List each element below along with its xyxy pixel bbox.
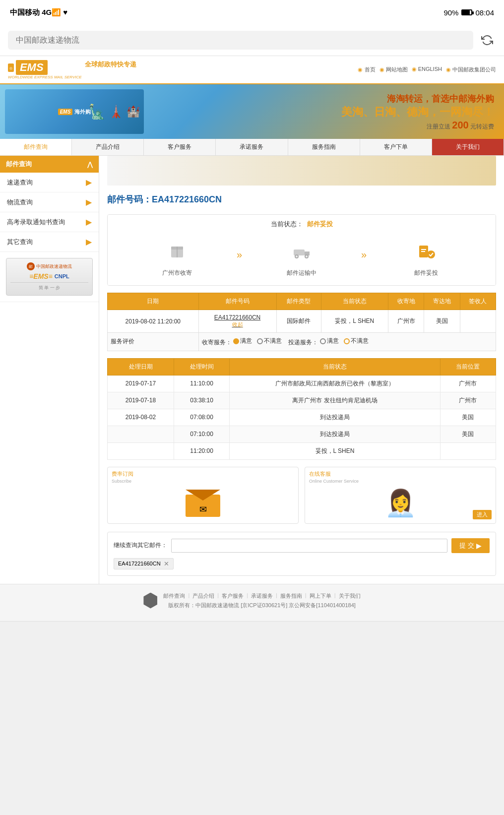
- sidebar-item-express[interactable]: 速递查询 ▶: [0, 173, 99, 192]
- sidebar: 邮件查询 ⋀ 速递查询 ▶ 物流查询 ▶ 高考录取通知书查询 ▶ 其它查询: [0, 156, 99, 584]
- sub-banner: [107, 156, 496, 186]
- page-footer: 邮件查询 | 产品介绍 | 客户服务 | 承诺服务 | 服务指南 | 网上下单 …: [0, 584, 504, 621]
- reload-button[interactable]: [478, 31, 496, 49]
- enter-button[interactable]: 进入: [473, 510, 492, 519]
- table-row: 2019-08-02 11:20:00 EA417221660CN 收起 国际邮…: [108, 310, 496, 333]
- service-rating-row: 服务评价 收寄服务： 满意 不满意: [108, 333, 496, 351]
- footer-products[interactable]: 产品介绍: [192, 592, 214, 600]
- table-row: 2019-08-02 07:08:00 到达投递局 美国: [108, 409, 496, 426]
- step-collection-label: 广州市收寄: [162, 269, 192, 277]
- agent-icon-area: 👩‍💼: [305, 484, 496, 523]
- detail-date-3: [108, 426, 174, 442]
- detail-status-3: 到达投递局: [230, 426, 441, 442]
- continue-label: 继续查询其它邮件：: [114, 541, 167, 550]
- arrow-step2: »: [361, 249, 367, 260]
- unsatisfied-delivery[interactable]: 不满意: [344, 337, 369, 345]
- carrier-signal: 中国移动 4G📶 ♥: [10, 8, 67, 17]
- step-delivery-label: 邮件妥投: [414, 269, 438, 277]
- table-row: 11:20:00 妥投，L SHEN: [108, 442, 496, 459]
- detail-time-4: 11:20:00: [174, 442, 230, 459]
- bottom-widgets: 费率订阅Subscribe ✉ 在: [107, 467, 496, 524]
- detail-date-2: 2019-08-02: [108, 409, 174, 426]
- banner-title: 海淘转运，首选中邮海外购: [341, 93, 494, 105]
- ems-logo-area: ® EMS WORLDWIDE EXPRESS MAIL SERVICE 全球邮…: [8, 60, 136, 79]
- footer-customer-service[interactable]: 客户服务: [222, 592, 244, 600]
- rating-options-cell: 收寄服务： 满意 不满意: [198, 333, 496, 351]
- nav-english[interactable]: ENGLISH: [412, 66, 442, 73]
- sidebar-collapse-icon[interactable]: ⋀: [87, 161, 93, 168]
- tab-guide[interactable]: 服务指南: [288, 139, 360, 155]
- col-origin: 收寄地: [388, 293, 424, 310]
- col-signer: 签收人: [460, 293, 496, 310]
- footer-about[interactable]: 关于我们: [339, 592, 361, 600]
- footer-promise[interactable]: 承诺服务: [251, 592, 273, 600]
- footer-mail-query[interactable]: 邮件查询: [163, 592, 185, 600]
- box-icon: [167, 242, 187, 265]
- truck-icon: [292, 242, 312, 265]
- tab-promise[interactable]: 承诺服务: [216, 139, 288, 155]
- detail-time-1: 03:38:10: [174, 392, 230, 409]
- tab-mail-query[interactable]: 邮件查询: [0, 139, 72, 155]
- detail-status-4: 妥投，L SHEN: [230, 442, 441, 459]
- detail-location-1: 广州市: [440, 392, 496, 409]
- sidebar-item-gaokao[interactable]: 高考录取通知书查询 ▶: [0, 212, 99, 232]
- radio-unsatisfied-icon: [257, 338, 263, 344]
- row-date: 2019-08-02 11:20:00: [108, 310, 199, 333]
- col-process-date: 处理日期: [108, 358, 174, 375]
- satisfied-delivery[interactable]: 满意: [320, 337, 339, 345]
- footer-guide[interactable]: 服务指南: [280, 592, 302, 600]
- col-status: 当前状态: [321, 293, 388, 310]
- detail-table: 处理日期 处理时间 当前状态 当前位置 2019-07-17 11:10:00 …: [107, 358, 496, 460]
- tag-close-button[interactable]: ✕: [164, 560, 169, 567]
- continue-input[interactable]: [171, 539, 447, 553]
- step-delivery: 邮件妥投: [367, 242, 486, 277]
- current-status-label: 当前状态：: [271, 220, 303, 229]
- footer-online-order[interactable]: 网上下单: [310, 592, 331, 600]
- online-service-widget: 在线客服Online Customer Service 👩‍💼 进入: [305, 467, 496, 524]
- tracking-steps: 广州市收寄 »: [108, 234, 496, 285]
- tab-order[interactable]: 客户下单: [360, 139, 432, 155]
- arrow-step1: »: [237, 249, 242, 260]
- step-transit-label: 邮件运输中: [287, 269, 316, 277]
- nav-home[interactable]: 首页: [358, 66, 375, 73]
- svg-rect-3: [294, 250, 305, 255]
- rating-label: 服务评价: [108, 333, 199, 351]
- row-type: 国际邮件: [276, 310, 321, 333]
- current-status-row: 当前状态： 邮件妥投: [108, 215, 496, 234]
- summary-table: 日期 邮件号码 邮件类型 当前状态 收寄地 寄达地 签收人 2019-08-02…: [107, 293, 496, 351]
- detail-date-4: [108, 442, 174, 459]
- detail-time-0: 11:10:00: [174, 375, 230, 392]
- sidebar-item-logistics[interactable]: 物流查询 ▶: [0, 192, 99, 212]
- radio-unsatisfied-delivery-icon: [344, 338, 350, 344]
- col-location: 当前位置: [440, 358, 496, 375]
- search-input[interactable]: [8, 31, 473, 50]
- detail-status-2: 到达投递局: [230, 409, 441, 426]
- tab-about[interactable]: 关于我们: [432, 139, 504, 155]
- sidebar-item-other[interactable]: 其它查询 ▶: [0, 232, 99, 252]
- main-layout: 邮件查询 ⋀ 速递查询 ▶ 物流查询 ▶ 高考录取通知书查询 ▶ 其它查询: [0, 156, 504, 584]
- detail-date-1: 2019-07-18: [108, 392, 174, 409]
- table-row: 2019-07-18 03:38:10 离开广州市 发往纽约肯尼迪机场 广州市: [108, 392, 496, 409]
- row-number[interactable]: EA417221660CN 收起: [198, 310, 276, 333]
- submit-arrow-icon: ▶: [476, 542, 482, 550]
- table-row: 2019-07-17 11:10:00 广州市邮政局江南西邮政所已收件（黎惠室）…: [108, 375, 496, 392]
- tab-products[interactable]: 产品介绍: [72, 139, 144, 155]
- arrow-icon: ▶: [86, 237, 92, 247]
- detail-status-1: 离开广州市 发往纽约肯尼迪机场: [230, 392, 441, 409]
- nav-group[interactable]: 中国邮政集团公司: [446, 66, 496, 73]
- footer-links: 邮件查询 | 产品介绍 | 客户服务 | 承诺服务 | 服务指南 | 网上下单 …: [163, 592, 360, 600]
- row-signer: [460, 310, 496, 333]
- unsatisfied-collection[interactable]: 不满意: [257, 337, 282, 345]
- banner-register: 注册立送 200 元转运费: [341, 120, 494, 131]
- ems-header: ® EMS WORLDWIDE EXPRESS MAIL SERVICE 全球邮…: [0, 56, 504, 84]
- radio-satisfied-delivery-icon: [320, 338, 326, 344]
- tracking-title: 邮件号码：EA417221660CN: [107, 191, 496, 207]
- col-process-time: 处理时间: [174, 358, 230, 375]
- satisfied-collection[interactable]: 满意: [233, 337, 252, 345]
- submit-button[interactable]: 提 交 ▶: [451, 538, 490, 553]
- tab-customer-service[interactable]: 客户服务: [144, 139, 216, 155]
- detail-location-3: 美国: [440, 426, 496, 442]
- ems-banner: EMS 海外购 🗽 🗼 🏰 海淘转运，首选中邮海外购 美淘、日淘、德淘，一网淘尽…: [0, 84, 504, 139]
- detail-location-0: 广州市: [440, 375, 496, 392]
- nav-sitemap[interactable]: 网站地图: [379, 66, 408, 73]
